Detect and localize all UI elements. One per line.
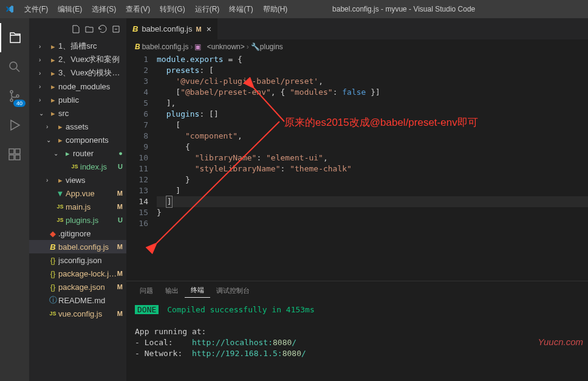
- file-icon: JS: [47, 311, 58, 317]
- file-icon: {}: [47, 283, 58, 292]
- code-line[interactable]: presets: [: [157, 65, 588, 76]
- local-url[interactable]: http://localhost:8080/: [192, 338, 296, 347]
- tree-item[interactable]: ›▸views: [29, 173, 126, 187]
- tree-label: router: [73, 149, 118, 158]
- tree-item[interactable]: {}package.jsonM: [29, 280, 126, 293]
- tab-bar: B babel.config.js M ×: [126, 18, 588, 39]
- tree-item[interactable]: ›▸1、插槽src: [29, 39, 126, 53]
- panel-tab[interactable]: 问题: [134, 284, 159, 298]
- chevron-icon: ›: [39, 70, 47, 77]
- editor-area: B babel.config.js M × B babel.config.js …: [126, 18, 588, 381]
- panel-tab[interactable]: 调试控制台: [210, 284, 256, 298]
- tree-label: README.md: [58, 296, 126, 305]
- chevron-icon: ›: [46, 177, 55, 184]
- code-line[interactable]: }: [157, 174, 588, 185]
- tree-item[interactable]: ⌄▸src: [29, 106, 126, 120]
- source-control-icon[interactable]: 40: [0, 81, 29, 111]
- tree-item[interactable]: ›▸3、Vuex的模块…: [29, 66, 126, 80]
- network-url[interactable]: http://192.168.1.5:8080/: [192, 349, 306, 358]
- code-line[interactable]: {: [157, 142, 588, 153]
- code-line[interactable]: plugins: []: [157, 109, 588, 120]
- code-line[interactable]: [: [157, 120, 588, 131]
- explorer-sidebar: ›▸1、插槽src›▸2、Vuex求和案例›▸3、Vuex的模块…›▸node_…: [29, 18, 126, 381]
- tree-item[interactable]: ▼App.vueM: [29, 187, 126, 200]
- tree-item[interactable]: Bbabel.config.jsM: [29, 240, 126, 253]
- menu-item[interactable]: 运行(R): [190, 0, 225, 18]
- file-icon: ▼: [55, 189, 66, 198]
- new-folder-icon[interactable]: [84, 24, 94, 34]
- git-status: U: [118, 216, 123, 224]
- panel-tab[interactable]: 终端: [185, 283, 210, 298]
- breadcrumb-seg1: <unknown>: [207, 43, 245, 51]
- code-line[interactable]: ["@babel/preset-env", { "modules": false…: [157, 87, 588, 98]
- tree-item[interactable]: ⌄▸components: [29, 133, 126, 146]
- svg-rect-4: [9, 149, 14, 154]
- git-status: M: [117, 243, 123, 250]
- menu-item[interactable]: 选择(S): [87, 0, 121, 18]
- code-line[interactable]: "styleLibraryName": "theme-chalk": [157, 163, 588, 174]
- code-editor[interactable]: 12345678910111213141516 module.exports =…: [126, 54, 588, 229]
- menu-item[interactable]: 帮助(H): [258, 0, 293, 18]
- tree-item[interactable]: ›▸public: [29, 93, 126, 106]
- menu-item[interactable]: 文件(F): [19, 0, 53, 18]
- tree-item[interactable]: ⌄▸router●: [29, 146, 126, 160]
- tree-label: .gitignore: [58, 229, 126, 238]
- file-tree: ›▸1、插槽src›▸2、Vuex求和案例›▸3、Vuex的模块…›▸node_…: [29, 39, 126, 320]
- tree-item[interactable]: ›▸assets: [29, 120, 126, 133]
- tree-item[interactable]: ⓘREADME.md: [29, 293, 126, 307]
- tree-item[interactable]: JSplugins.jsU: [29, 213, 126, 227]
- collapse-icon[interactable]: [111, 24, 121, 34]
- code-line[interactable]: ]: [157, 185, 588, 196]
- tree-item[interactable]: JSvue.config.jsM: [29, 307, 126, 320]
- menu-item[interactable]: 转到(G): [155, 0, 190, 18]
- close-icon[interactable]: ×: [207, 24, 211, 34]
- menu-item[interactable]: 终端(T): [224, 0, 258, 18]
- code-line[interactable]: '@vue/cli-plugin-babel/preset',: [157, 76, 588, 87]
- chevron-icon: ›: [46, 123, 55, 130]
- menu-item[interactable]: 查看(V): [121, 0, 155, 18]
- file-icon: JS: [69, 163, 80, 170]
- code-line[interactable]: "libraryName": "element-ui",: [157, 153, 588, 163]
- tree-item[interactable]: {}jsconfig.json: [29, 253, 126, 267]
- breadcrumb[interactable]: B babel.config.js › ▣ <unknown> › 🔧 plug…: [126, 39, 588, 54]
- tree-item[interactable]: ›▸node_modules: [29, 80, 126, 93]
- panel: 问题输出终端调试控制台 DONE Compiled successfully i…: [126, 281, 588, 381]
- tree-item[interactable]: {}package-lock.jsonM: [29, 267, 126, 280]
- tree-item[interactable]: ›▸2、Vuex求和案例: [29, 53, 126, 66]
- file-icon: JS: [55, 217, 66, 223]
- tree-item[interactable]: JSmain.jsM: [29, 200, 126, 213]
- git-status: M: [117, 310, 123, 317]
- panel-tabs: 问题输出终端调试控制台: [126, 281, 588, 300]
- code-line[interactable]: [157, 218, 588, 229]
- tree-item[interactable]: JSindex.jsU: [29, 160, 126, 173]
- code-line[interactable]: module.exports = {: [157, 54, 588, 65]
- code-content[interactable]: module.exports = { presets: [ '@vue/cli-…: [157, 54, 588, 229]
- run-debug-icon[interactable]: [0, 111, 29, 140]
- app-running: App running at:: [135, 326, 579, 337]
- code-line[interactable]: ],: [157, 98, 588, 109]
- svg-point-2: [10, 99, 13, 101]
- tree-label: vue.config.js: [58, 309, 117, 318]
- file-icon: ◆: [47, 229, 58, 238]
- refresh-icon[interactable]: [98, 24, 108, 34]
- menu-item[interactable]: 编辑(E): [53, 0, 87, 18]
- window-title: babel.config.js - myvue - Visual Studio …: [292, 5, 515, 13]
- extensions-icon[interactable]: [0, 140, 29, 169]
- code-line[interactable]: "component",: [157, 131, 588, 142]
- tab-babel-config[interactable]: B babel.config.js M ×: [126, 18, 218, 39]
- tree-item[interactable]: ◆.gitignore: [29, 227, 126, 240]
- tree-label: index.js: [80, 162, 118, 171]
- terminal-output[interactable]: DONE Compiled successfully in 4153ms App…: [126, 300, 588, 364]
- tree-label: jsconfig.json: [58, 256, 126, 265]
- new-file-icon[interactable]: [71, 24, 81, 34]
- explorer-icon[interactable]: [0, 23, 29, 52]
- file-icon: B: [47, 242, 58, 252]
- code-line[interactable]: ]: [157, 196, 588, 207]
- code-line[interactable]: }: [157, 207, 588, 218]
- tree-label: App.vue: [66, 189, 117, 198]
- compile-msg: Compiled successfully in 4153ms: [167, 305, 315, 314]
- search-icon[interactable]: [0, 52, 29, 81]
- git-status: M: [117, 190, 123, 197]
- tree-label: src: [58, 109, 126, 118]
- panel-tab[interactable]: 输出: [159, 284, 185, 298]
